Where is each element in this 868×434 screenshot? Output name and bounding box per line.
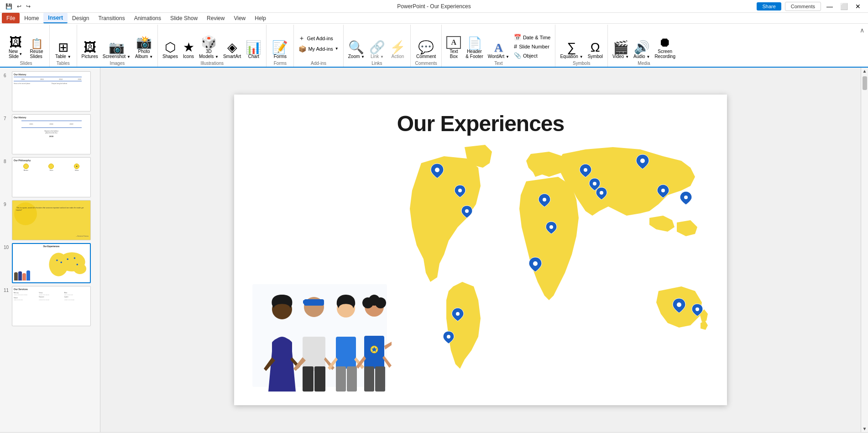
slide-thumb-6[interactable]: Our History 2015201620182020 Venus is th… <box>12 71 91 111</box>
illustrations-group-label: Illustrations <box>161 60 263 67</box>
link-button[interactable]: 🔗 Link ▼ <box>367 40 387 60</box>
shapes-button[interactable]: ⬡ Shapes <box>161 40 180 60</box>
canvas-area: Our Experiences <box>100 68 861 432</box>
svg-point-14 <box>549 225 553 229</box>
text-group-label: Text <box>444 60 552 67</box>
equation-button[interactable]: ∑ Equation ▼ <box>558 40 585 60</box>
links-group-label: Links <box>346 60 408 67</box>
svg-point-12 <box>447 335 450 339</box>
svg-rect-34 <box>336 337 356 369</box>
scroll-thumb[interactable] <box>863 76 867 90</box>
maximize-btn[interactable]: ⬜ <box>838 3 850 10</box>
svg-point-20 <box>661 189 665 192</box>
slide-title: Our Experiences <box>234 95 727 136</box>
chart-button[interactable]: 📊 Chart <box>244 40 263 60</box>
table-button[interactable]: ⊞ Table ▼ <box>52 40 74 60</box>
ribbon-group-text: A TextBox 📄 Header& Footer A WordArt ▼ 📅… <box>442 25 555 67</box>
svg-point-2 <box>73 264 86 274</box>
menu-animations[interactable]: Animations <box>130 13 166 23</box>
svg-rect-26 <box>272 341 292 373</box>
screen-recording-button[interactable]: ⏺ ScreenRecording <box>653 35 677 60</box>
menu-home[interactable]: Home <box>20 13 43 23</box>
symbol-button[interactable]: Ω Symbol <box>586 40 605 60</box>
svg-point-4 <box>61 262 63 264</box>
title-bar-title: PowerPoint - Our Experiences <box>397 3 471 10</box>
forms-button[interactable]: 📝 Forms <box>269 40 291 60</box>
comment-button[interactable]: 💬 Comment <box>413 40 439 60</box>
menu-insert[interactable]: Insert <box>43 13 68 23</box>
minimize-btn[interactable]: — <box>825 3 835 10</box>
svg-point-8 <box>435 168 439 172</box>
menu-design[interactable]: Design <box>68 13 94 23</box>
slide-number-button[interactable]: # Slide Number <box>512 42 553 51</box>
ribbon-group-media: 🎬 Video ▼ 🔊 Audio ▼ ⏺ ScreenRecording Me… <box>608 25 680 67</box>
quick-access-undo[interactable]: ↩ <box>17 3 21 10</box>
zoom-button[interactable]: 🔍 Zoom ▼ <box>346 40 366 60</box>
screenshot-button[interactable]: 📷 Screenshot ▼ <box>101 40 132 60</box>
images-group-label: Images <box>80 60 155 67</box>
slide-thumb-10[interactable]: Our Experiences <box>12 243 91 283</box>
slide-canvas[interactable]: Our Experiences <box>234 95 727 405</box>
header-footer-button[interactable]: 📄 Header& Footer <box>464 36 485 60</box>
menu-help[interactable]: Help <box>250 13 271 23</box>
date-time-button[interactable]: 📅 Date & Time <box>512 33 553 42</box>
ribbon-group-symbols: ∑ Equation ▼ Ω Symbol Symbols <box>555 25 608 67</box>
menu-slideshow[interactable]: Slide Show <box>166 13 202 23</box>
action-button[interactable]: ⚡ Action <box>388 40 408 60</box>
menu-review[interactable]: Review <box>202 13 229 23</box>
slide-number-8: 8 <box>4 159 10 164</box>
pictures-button[interactable]: 🖼 Pictures <box>80 40 100 60</box>
people-illustration <box>250 282 392 392</box>
text-box-button[interactable]: A TextBox <box>444 35 463 60</box>
audio-button[interactable]: 🔊 Audio ▼ <box>632 40 652 60</box>
menu-view[interactable]: View <box>229 13 250 23</box>
object-button[interactable]: 📎 Object <box>512 51 553 60</box>
media-group-label: Media <box>611 60 677 67</box>
close-btn[interactable]: ✕ <box>853 3 863 10</box>
ribbon-group-addins: ＋ Get Add-ins 📦 My Add-ins ▼ Add-ins <box>294 25 343 67</box>
svg-point-21 <box>684 196 688 199</box>
new-slide-button[interactable]: 🖼 NewSlide ▼ <box>5 35 26 60</box>
menu-transitions[interactable]: Transitions <box>94 13 129 23</box>
my-addins-button[interactable]: 📦 My Add-ins ▼ <box>297 44 340 53</box>
svg-point-23 <box>695 307 699 311</box>
video-button[interactable]: 🎬 Video ▼ <box>611 40 631 60</box>
share-button[interactable]: Share <box>757 2 781 11</box>
forms-group-label: Forms <box>269 60 291 67</box>
slide-panel: 6 Our History 2015201620182020 Venus is … <box>0 68 100 432</box>
svg-point-9 <box>458 189 462 192</box>
reuse-slides-button[interactable]: 📋 ReuseSlides <box>26 38 47 60</box>
comments-group-label: Comments <box>413 60 439 67</box>
svg-rect-28 <box>304 299 324 306</box>
svg-point-40 <box>375 297 386 308</box>
ribbon-collapse-button[interactable]: ∧ <box>858 26 866 35</box>
svg-point-22 <box>677 302 681 307</box>
svg-rect-42 <box>364 366 374 392</box>
scroll-up-btn[interactable]: ▲ <box>863 69 867 74</box>
svg-point-6 <box>74 257 76 259</box>
photo-album-button[interactable]: 📸 PhotoAlbum ▼ <box>133 35 155 60</box>
slide-thumb-8[interactable]: Our Philosophy Mission Vision ✕ Values <box>12 157 91 197</box>
svg-rect-31 <box>303 366 314 392</box>
svg-point-10 <box>465 209 469 213</box>
wordart-button[interactable]: A WordArt ▼ <box>486 41 511 60</box>
smartart-button[interactable]: ◈ SmartArt <box>221 40 243 60</box>
comments-button[interactable]: Comments <box>785 2 821 11</box>
slide-thumb-7[interactable]: Our History 201520182020 Neptune is the … <box>12 114 91 154</box>
slide-thumb-11[interactable]: Our Services MercuryVenusMars Venus is t… <box>12 286 91 326</box>
scroll-down-btn[interactable]: ▼ <box>863 426 867 431</box>
svg-point-16 <box>584 168 587 172</box>
get-addins-button[interactable]: ＋ Get Add-ins <box>297 33 340 43</box>
slide-number-10: 10 <box>4 245 10 250</box>
svg-rect-29 <box>303 300 307 304</box>
slide-thumb-9[interactable]: "This is a quote, words full of wisdom t… <box>12 200 91 240</box>
ribbon-group-links: 🔍 Zoom ▼ 🔗 Link ▼ ⚡ Action Links <box>344 25 411 67</box>
tables-group-label: Tables <box>52 60 74 67</box>
icons-button[interactable]: ★ Icons <box>181 40 196 60</box>
slide-number-11: 11 <box>4 288 10 293</box>
quick-access-save[interactable]: 💾 <box>5 3 12 10</box>
3d-models-button[interactable]: 🎲 3DModels ▼ <box>197 35 220 60</box>
menu-file[interactable]: File <box>2 13 20 23</box>
ribbon-group-slides: 🖼 NewSlide ▼ 📋 ReuseSlides Slides <box>3 25 50 67</box>
quick-access-redo[interactable]: ↪ <box>26 3 31 10</box>
